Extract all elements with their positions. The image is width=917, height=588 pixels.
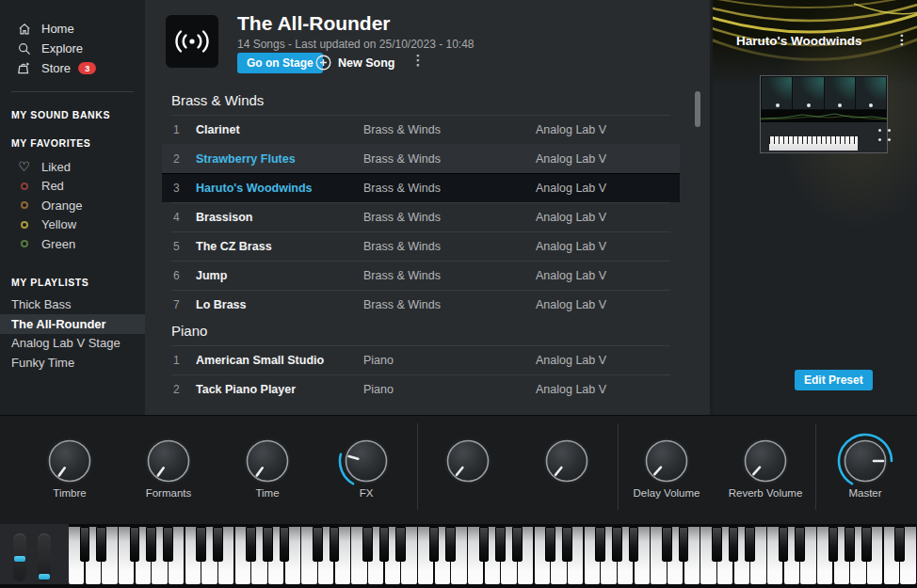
black-key[interactable]: [845, 527, 855, 562]
song-type: Piano: [363, 354, 536, 367]
song-row[interactable]: 4BrassisonBrass & WindsAnalog Lab V: [171, 202, 670, 231]
wheel-panel: [0, 524, 69, 584]
black-key[interactable]: [479, 527, 490, 562]
black-key[interactable]: [280, 527, 290, 562]
black-key[interactable]: [779, 527, 789, 562]
song-type: Brass & Winds: [363, 182, 536, 195]
sidebar-item-explore[interactable]: Explore: [0, 39, 145, 58]
playlist-item[interactable]: Thick Bass: [0, 295, 145, 315]
song-row[interactable]: 5The CZ BrassBrass & WindsAnalog Lab V: [171, 231, 670, 261]
knob-timbre[interactable]: [40, 431, 100, 491]
song-num: 3: [173, 182, 196, 195]
black-key[interactable]: [445, 527, 456, 562]
song-list: Brass & Winds1ClarinetBrass & WindsAnalo…: [171, 88, 670, 404]
knob-label: Delay Volume: [615, 487, 718, 499]
favorite-item-orange[interactable]: Orange: [0, 196, 145, 215]
black-key[interactable]: [562, 527, 572, 562]
favorite-label: Green: [41, 237, 75, 251]
black-key[interactable]: [313, 527, 323, 562]
favorite-label: Yellow: [41, 217, 76, 231]
favorite-item-green[interactable]: Green: [0, 234, 145, 254]
black-key[interactable]: [362, 527, 373, 562]
sidebar-item-store[interactable]: Store3: [0, 58, 145, 78]
song-row[interactable]: 6JumpBrass & WindsAnalog Lab V: [171, 261, 670, 290]
favorite-item-liked[interactable]: ♡Liked: [0, 157, 145, 177]
favorite-item-yellow[interactable]: Yellow: [0, 215, 145, 235]
song-row[interactable]: 3Haruto's WoodwindsBrass & WindsAnalog L…: [162, 173, 680, 202]
knob-master[interactable]: [835, 431, 895, 491]
black-key[interactable]: [545, 527, 555, 562]
go-on-stage-button[interactable]: Go on Stage: [237, 53, 323, 73]
playlist-item[interactable]: Funky Time: [0, 353, 145, 373]
black-key[interactable]: [745, 527, 755, 562]
edit-preset-button[interactable]: Edit Preset: [795, 370, 873, 390]
black-key[interactable]: [612, 527, 622, 562]
black-key[interactable]: [429, 527, 440, 562]
list-scrollbar[interactable]: [695, 91, 700, 127]
black-key[interactable]: [729, 527, 739, 562]
black-key[interactable]: [829, 527, 839, 562]
song-row[interactable]: 7Lo BrassBrass & WindsAnalog Lab V: [171, 290, 670, 319]
black-key[interactable]: [861, 527, 872, 562]
knob-label: Time: [216, 487, 319, 499]
song-bank: Analog Lab V: [536, 123, 670, 136]
favorite-label: Red: [41, 179, 64, 193]
black-key[interactable]: [894, 527, 905, 562]
black-key[interactable]: [712, 527, 722, 562]
black-key[interactable]: [512, 527, 523, 562]
preset-menu-icon[interactable]: ⋮: [894, 32, 909, 47]
favorite-label: Orange: [41, 199, 82, 213]
knob-group-divider: [417, 423, 418, 510]
black-key[interactable]: [662, 527, 672, 562]
song-num: 2: [173, 152, 196, 166]
song-name: Tack Piano Player: [196, 383, 363, 396]
playlist-item[interactable]: The All-Rounder: [0, 314, 145, 334]
home-icon: [16, 21, 32, 37]
song-row[interactable]: 1ClarinetBrass & WindsAnalog Lab V: [171, 115, 670, 144]
black-key[interactable]: [246, 527, 256, 562]
black-key[interactable]: [196, 527, 206, 562]
song-type: Brass & Winds: [363, 152, 536, 166]
color-tag-icon: [16, 240, 32, 247]
knob-time[interactable]: [237, 431, 298, 491]
black-key[interactable]: [595, 527, 605, 562]
black-key[interactable]: [629, 527, 639, 562]
black-key[interactable]: [80, 527, 90, 562]
knob-delay-volume[interactable]: [636, 431, 697, 491]
black-key[interactable]: [213, 527, 223, 562]
black-key[interactable]: [130, 527, 140, 562]
new-song-button[interactable]: New Song: [315, 53, 394, 72]
favorite-item-red[interactable]: Red: [0, 177, 145, 197]
black-key[interactable]: [395, 527, 406, 562]
knob-macro-5[interactable]: [438, 431, 498, 491]
black-key[interactable]: [495, 527, 506, 562]
black-key[interactable]: [163, 527, 173, 562]
color-tag-icon: [16, 221, 32, 229]
black-key[interactable]: [379, 527, 390, 562]
black-key[interactable]: [263, 527, 273, 562]
knob-macro-6[interactable]: [537, 431, 597, 491]
black-key[interactable]: [96, 527, 106, 562]
song-row[interactable]: 2Strawberry FlutesBrass & WindsAnalog La…: [162, 144, 680, 173]
sidebar-item-home[interactable]: Home: [0, 19, 145, 39]
black-key[interactable]: [795, 527, 805, 562]
song-bank: Analog Lab V: [536, 211, 670, 224]
black-key[interactable]: [330, 527, 340, 562]
knob-label: FX: [314, 487, 418, 499]
pitch-bend-wheel[interactable]: [13, 533, 26, 581]
black-key[interactable]: [146, 527, 156, 562]
song-row[interactable]: 2Tack Piano PlayerPianoAnalog Lab V: [171, 374, 670, 404]
preset-title: Haruto's Woodwinds: [736, 34, 861, 48]
playlists-header: MY PLAYLISTS: [0, 277, 145, 288]
playlist-item[interactable]: Analog Lab V Stage: [0, 334, 145, 354]
song-name: The CZ Brass: [196, 240, 363, 253]
knob-reverb-volume[interactable]: [735, 431, 796, 491]
knob-formants[interactable]: [138, 431, 199, 491]
main-content: The All-Rounder 14 Songs - Last updated …: [145, 0, 710, 415]
knob-fx[interactable]: [336, 431, 396, 491]
mod-wheel[interactable]: [38, 533, 51, 581]
favorites-list: ♡LikedRedOrangeYellowGreen: [0, 157, 145, 254]
playlist-menu-icon[interactable]: ⋮: [409, 52, 427, 69]
song-row[interactable]: 1American Small StudioPianoAnalog Lab V: [171, 345, 670, 374]
black-key[interactable]: [679, 527, 689, 562]
